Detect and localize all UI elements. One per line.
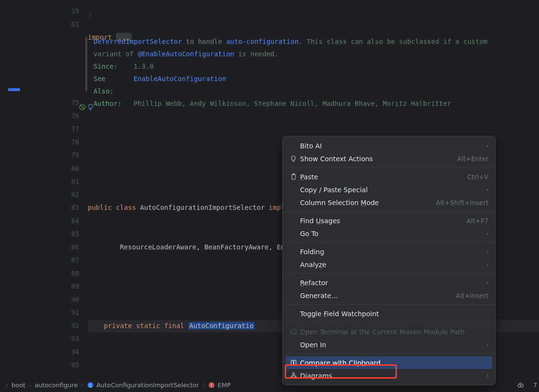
minimap (0, 0, 26, 378)
menu-separator (283, 322, 495, 323)
menu-toggle-field-watchpoint[interactable]: Toggle Field Watchpoint (283, 307, 495, 320)
terminal-icon (289, 328, 298, 335)
menu-find-usages[interactable]: Find UsagesAlt+F7 (283, 214, 495, 227)
doc-gutter-bar (85, 37, 87, 91)
line-number: 91 (26, 306, 79, 320)
svg-rect-5 (290, 330, 296, 334)
menu-generate[interactable]: Generate…Alt+Insert (283, 289, 495, 302)
gutter: 19 61 75 76 77 78 79 80 81 82 83 84 85 8… (26, 0, 86, 378)
svg-point-16 (521, 384, 524, 387)
lightbulb-icon (289, 155, 298, 163)
menu-copy-paste-special[interactable]: Copy / Paste Special› (283, 183, 495, 196)
menu-separator (283, 353, 495, 354)
line-number: 88 (26, 267, 79, 280)
compare-icon (289, 359, 298, 366)
line-number: 90 (26, 293, 79, 307)
line-number: 87 (26, 254, 79, 267)
breadcrumb-item[interactable]: CAutoConfigurationImportSelector (84, 382, 201, 389)
line-number: 84 (26, 215, 79, 228)
line-number: 86 (26, 241, 79, 254)
svg-point-15 (518, 384, 521, 387)
line-number: 76 (26, 110, 79, 123)
line-number: 80 (26, 162, 79, 175)
menu-folding[interactable]: Folding› (283, 245, 495, 258)
line-number: 75 (26, 96, 79, 110)
menu-diagrams[interactable]: Diagrams› (283, 369, 495, 382)
svg-rect-10 (294, 377, 296, 378)
line-number: 61 (26, 18, 79, 31)
menu-show-context-actions[interactable]: Show Context ActionsAlt+Enter (283, 152, 495, 165)
context-menu: Bito AI› Show Context ActionsAlt+Enter P… (282, 136, 496, 385)
menu-bito-ai[interactable]: Bito AI› (283, 139, 495, 152)
line-number: 89 (26, 280, 79, 293)
javadoc-block: DeferredImportSelector to handle auto-co… (93, 35, 532, 110)
menu-refactor[interactable]: Refactor› (283, 276, 495, 289)
menu-column-selection[interactable]: Column Selection ModeAlt+Shift+Insert (283, 196, 495, 209)
field-icon: f (208, 382, 215, 389)
menu-separator (283, 167, 495, 168)
menu-separator (283, 304, 495, 305)
menu-open-terminal-maven: Open Terminal at the Current Maven Modul… (283, 325, 495, 338)
menu-goto[interactable]: Go To› (283, 227, 495, 240)
menu-open-in[interactable]: Open In› (283, 338, 495, 351)
line-number: 78 (26, 136, 79, 149)
menu-separator (283, 242, 495, 243)
svg-line-1 (81, 105, 84, 109)
menu-separator (283, 211, 495, 212)
status-number: 7 (533, 382, 537, 389)
line-number: 82 (26, 188, 79, 202)
line-number: 79 (26, 149, 79, 162)
class-icon: C (87, 382, 94, 389)
line-number: 85 (26, 227, 79, 241)
line-number: 19 (26, 5, 79, 18)
svg-rect-8 (292, 373, 294, 374)
line-number: 93 (26, 332, 79, 346)
selection: AutoConfiguratio (188, 322, 255, 330)
clipboard-icon (289, 173, 298, 180)
svg-rect-7 (294, 361, 296, 365)
line-number: 95 (26, 359, 79, 372)
menu-separator (283, 273, 495, 274)
menu-compare-with-clipboard[interactable]: Compare with Clipboard (286, 356, 492, 369)
svg-rect-6 (291, 361, 293, 365)
menu-paste[interactable]: PasteCtrl+V (283, 170, 495, 183)
breadcrumb-item[interactable]: autoconfigure (32, 382, 80, 389)
svg-rect-9 (290, 377, 292, 378)
svg-text:C: C (89, 383, 92, 388)
line-number: 94 (26, 346, 79, 359)
breadcrumb-item[interactable]: fEMP (206, 382, 233, 389)
line-number: 81 (26, 175, 79, 188)
copilot-icon[interactable] (517, 381, 525, 389)
line-number: 83 (26, 201, 79, 215)
line-number: 92 (26, 320, 79, 333)
menu-analyze[interactable]: Analyze› (283, 258, 495, 271)
override-icon (87, 103, 94, 111)
fold-icon[interactable]: › (89, 9, 92, 22)
breadcrumb-item[interactable]: boot (9, 382, 28, 389)
no-symbol-icon (79, 103, 86, 111)
diagram-icon (289, 372, 298, 379)
minimap-highlight (8, 88, 20, 91)
line-number: 77 (26, 123, 79, 136)
